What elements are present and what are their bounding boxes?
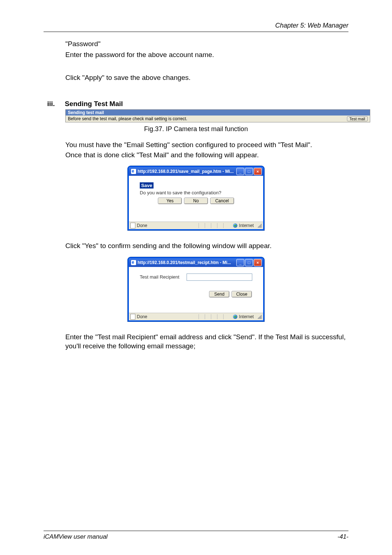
save-dialog-window: http://192.168.0.201/save_mail_page.htm … [128,166,264,230]
recipient-input[interactable] [187,274,252,281]
testmail-bar-title: Sending test mail [66,110,370,116]
password-heading: "Password" [65,39,348,49]
config-paragraph-line1: You must have the "Email Setting" sectio… [65,140,348,150]
resize-grip-icon [257,223,262,228]
recipient-dialog-content: Test mail Recipient Send Close [129,267,263,306]
footer-manual-title: iCAMView user manual [44,533,107,540]
save-dialog-titlebar: http://192.168.0.201/save_mail_page.htm … [129,167,263,176]
enter-recipient-paragraph: Enter the "Test mail Recipient" email ad… [65,332,348,351]
ie-icon [131,260,136,265]
chapter-header: Chapter 5: Web Manager [44,22,348,32]
section-number: iii. [47,100,63,108]
recipient-dialog-titlebar: http://192.168.0.201/testmail_recipt.htm… [129,258,263,267]
internet-zone-icon [233,315,237,319]
save-dialog-content: Save Do you want to save the configurati… [129,176,263,213]
apply-paragraph: Click "Apply" to save the above changes. [65,73,348,82]
send-button[interactable]: Send [209,291,229,297]
document-page: Chapter 5: Web Manager "Password" Enter … [0,0,392,555]
save-heading: Save [140,182,154,189]
no-button[interactable]: No [184,198,208,204]
document-icon [130,223,135,228]
save-dialog-title: http://192.168.0.201/save_mail_page.htm … [138,169,234,174]
save-prompt: Do you want to save the configuration? [140,190,252,195]
testmail-recipient-window: http://192.168.0.201/testmail_recipt.htm… [128,257,264,321]
close-icon[interactable]: × [254,168,262,175]
config-paragraph-line2: Once that is done click "Test Mail" and … [65,150,348,160]
ie-icon [131,169,136,174]
minimize-icon[interactable]: _ [236,259,244,266]
close-icon[interactable]: × [254,259,262,266]
document-icon [130,314,135,320]
recipient-dialog-statusbar: Done Internet [129,313,263,320]
save-dialog-statusbar: Done Internet [129,222,263,229]
figure-caption: Fig.37. IP Camera test mail function [44,125,348,133]
testmail-screenshot-bar: Sending test mail Before send the test m… [65,109,370,122]
resize-grip-icon [257,315,262,319]
page-footer: iCAMView user manual -41- [44,531,348,540]
section-heading: iii. Sending Test Mail [44,100,348,108]
maximize-icon[interactable]: □ [245,259,253,266]
status-zone: Internet [239,314,254,319]
internet-zone-icon [233,223,237,228]
cancel-button[interactable]: Cancel [210,198,234,204]
click-yes-paragraph: Click "Yes" to confirm sending and the f… [65,241,348,251]
recipient-label: Test mail Recipient [140,274,179,280]
minimize-icon[interactable]: _ [236,168,244,175]
section-title: Sending Test Mail [65,100,123,108]
recipient-dialog-title: http://192.168.0.201/testmail_recipt.htm… [138,260,231,265]
status-done: Done [137,223,147,228]
footer-page-number: -41- [338,533,348,540]
maximize-icon[interactable]: □ [245,168,253,175]
testmail-button[interactable]: Test mail [347,116,368,121]
yes-button[interactable]: Yes [158,198,182,204]
password-paragraph: Enter the password for the above account… [65,50,348,60]
status-zone: Internet [239,223,254,228]
close-button[interactable]: Close [232,291,252,297]
testmail-bar-instruction: Before send the test mail, please check … [68,116,187,121]
status-done: Done [137,314,147,319]
